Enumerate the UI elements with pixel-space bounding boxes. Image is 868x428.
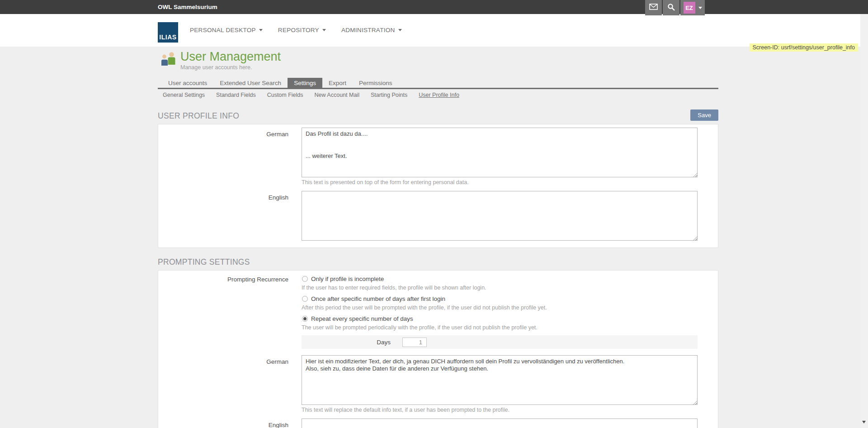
page-subtitle: Manage user accounts here.: [180, 64, 281, 71]
tab-bar: User accounts Extended User Search Setti…: [158, 78, 718, 89]
mail-button[interactable]: [645, 0, 662, 15]
topbar-actions: EZ: [645, 0, 705, 15]
english-prompt-text-textarea[interactable]: [302, 418, 698, 428]
nav-personal-desktop[interactable]: PERSONAL DESKTOP: [190, 27, 263, 33]
nav-item-label: REPOSITORY: [278, 27, 319, 33]
german-profile-info-textarea[interactable]: Das Profil ist dazu da.... ... weiterer …: [302, 128, 698, 177]
subtab-user-profile-info[interactable]: User Profile Info: [419, 92, 459, 98]
radio-button[interactable]: [302, 316, 308, 322]
nav-item-label: ADMINISTRATION: [341, 27, 395, 33]
subtab-custom-fields[interactable]: Custom Fields: [267, 92, 303, 98]
section-heading-user-profile-info: USER PROFILE INFO: [158, 111, 239, 121]
screen-id-badge: Screen-ID: usrf/settings/user_profile_in…: [750, 43, 859, 52]
mail-icon: [649, 4, 658, 12]
subtab-bar: General Settings Standard Fields Custom …: [158, 89, 718, 100]
days-label: Days: [302, 339, 391, 346]
subtab-starting-points[interactable]: Starting Points: [371, 92, 407, 98]
tab-user-accounts[interactable]: User accounts: [162, 78, 213, 88]
top-bar: OWL Sammelsurium EZ: [0, 0, 868, 14]
page-title-block: User Management Manage user accounts her…: [158, 47, 718, 71]
prompting-settings-form: Prompting Recurrence Only if profile is …: [158, 270, 718, 428]
avatar: EZ: [684, 2, 695, 14]
tab-permissions[interactable]: Permissions: [353, 78, 399, 88]
subtab-standard-fields[interactable]: Standard Fields: [216, 92, 256, 98]
german-prompt-text-textarea[interactable]: Hier ist ein modifizierter Text, der dic…: [302, 355, 698, 405]
tab-extended-user-search[interactable]: Extended User Search: [213, 78, 288, 88]
search-button[interactable]: [663, 0, 679, 15]
installation-title: OWL Sammelsurium: [158, 0, 217, 14]
search-icon: [667, 3, 675, 13]
german-prompt-help-text: This text will replace the default info …: [302, 407, 698, 413]
days-subfield-row: Days: [302, 335, 698, 349]
english-label: English: [158, 191, 288, 241]
chevron-down-icon: [259, 29, 263, 33]
chevron-down-icon: [398, 29, 402, 33]
english-profile-info-textarea[interactable]: [302, 191, 698, 241]
radio-help-text: If the user has to enter required fields…: [302, 285, 698, 291]
tab-settings[interactable]: Settings: [288, 78, 322, 88]
nav-item-label: PERSONAL DESKTOP: [190, 27, 256, 33]
vertical-scrollbar[interactable]: [860, 14, 868, 428]
main-nav: PERSONAL DESKTOP REPOSITORY ADMINISTRATI…: [190, 27, 402, 33]
ilias-logo[interactable]: ILIAS: [158, 22, 178, 43]
english-label: English: [158, 418, 288, 428]
page-title: User Management: [180, 50, 281, 64]
scroll-down-arrow-icon[interactable]: [862, 421, 866, 425]
user-menu-button[interactable]: EZ: [680, 0, 705, 15]
chevron-down-icon: [698, 7, 702, 11]
users-icon: [160, 50, 177, 65]
chevron-down-icon: [322, 29, 326, 33]
german-help-text: This text is presented on top of the for…: [302, 179, 698, 185]
section-heading-prompting-settings: PROMPTING SETTINGS: [158, 257, 250, 267]
main-area: User Management Manage user accounts her…: [0, 47, 860, 428]
radio-only-if-incomplete[interactable]: Only if profile is incomplete: [302, 276, 698, 282]
days-input[interactable]: [402, 338, 427, 347]
radio-button[interactable]: [302, 296, 308, 302]
radio-label: Repeat every specific number of days: [311, 315, 413, 322]
german-label: German: [158, 355, 288, 418]
german-label: German: [158, 128, 288, 191]
radio-help-text: The user will be prompted periodically w…: [302, 324, 698, 331]
subtab-new-account-mail[interactable]: New Account Mail: [315, 92, 359, 98]
radio-help-text: After this period the user will be promp…: [302, 304, 698, 311]
prompting-recurrence-label: Prompting Recurrence: [158, 274, 288, 355]
radio-label: Once after specific number of days after…: [311, 295, 445, 302]
radio-once-after-days[interactable]: Once after specific number of days after…: [302, 295, 698, 302]
radio-label: Only if profile is incomplete: [311, 276, 384, 282]
nav-administration[interactable]: ADMINISTRATION: [341, 27, 402, 33]
subtab-general-settings[interactable]: General Settings: [163, 92, 205, 98]
save-button[interactable]: Save: [690, 109, 718, 121]
radio-button[interactable]: [302, 276, 308, 282]
nav-repository[interactable]: REPOSITORY: [278, 27, 326, 33]
user-profile-info-form: German Das Profil ist dazu da.... ... we…: [158, 124, 718, 248]
tab-export[interactable]: Export: [322, 78, 353, 88]
radio-repeat-every-days[interactable]: Repeat every specific number of days: [302, 315, 698, 322]
header-bar: ILIAS PERSONAL DESKTOP REPOSITORY ADMINI…: [0, 14, 868, 47]
